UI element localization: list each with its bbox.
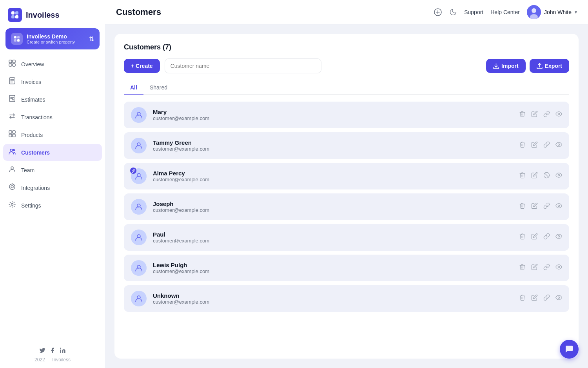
edit-icon[interactable] bbox=[531, 202, 538, 211]
tab-shared[interactable]: Shared bbox=[143, 81, 174, 95]
edit-icon[interactable] bbox=[531, 111, 538, 119]
tab-all[interactable]: All bbox=[124, 81, 143, 95]
sidebar-item-label: Integrations bbox=[21, 185, 50, 191]
logo-icon bbox=[8, 8, 22, 22]
view-icon[interactable] bbox=[555, 264, 562, 272]
view-icon[interactable] bbox=[555, 172, 562, 180]
link-icon[interactable] bbox=[543, 111, 550, 119]
overview-icon bbox=[8, 60, 16, 69]
delete-icon[interactable] bbox=[519, 233, 526, 242]
customer-row: Unknown customer@example.com bbox=[124, 285, 569, 312]
link-icon[interactable] bbox=[543, 202, 550, 211]
delete-icon[interactable] bbox=[519, 294, 526, 303]
svg-point-29 bbox=[9, 184, 15, 189]
customer-avatar bbox=[131, 107, 147, 123]
customer-email: customer@example.com bbox=[153, 238, 513, 244]
sidebar-item-invoices[interactable]: Invoices bbox=[3, 73, 102, 90]
invoices-icon bbox=[8, 77, 16, 86]
delete-icon[interactable] bbox=[519, 111, 526, 119]
svg-rect-6 bbox=[14, 39, 16, 42]
customer-name: Tammy Green bbox=[153, 139, 513, 146]
svg-point-28 bbox=[11, 186, 13, 188]
property-name: Invoiless Demo bbox=[27, 33, 85, 40]
customer-email: customer@example.com bbox=[153, 299, 513, 305]
delete-icon[interactable] bbox=[519, 172, 526, 180]
sidebar-item-estimates[interactable]: Estimates bbox=[3, 91, 102, 108]
twitter-icon[interactable] bbox=[39, 347, 45, 355]
property-sub: Create or switch property bbox=[27, 40, 85, 44]
ban-icon[interactable] bbox=[543, 172, 550, 180]
import-button[interactable]: Import bbox=[486, 59, 526, 73]
customer-actions bbox=[519, 141, 562, 150]
edit-icon[interactable] bbox=[531, 172, 538, 180]
sidebar-item-settings[interactable]: Settings bbox=[3, 197, 102, 214]
linkedin-icon[interactable] bbox=[60, 347, 66, 355]
sidebar-item-label: Invoices bbox=[21, 79, 41, 85]
customer-email: customer@example.com bbox=[153, 146, 513, 152]
customer-name: Alma Percy bbox=[153, 170, 513, 177]
customer-email: customer@example.com bbox=[153, 177, 513, 182]
svg-point-47 bbox=[558, 174, 559, 176]
sidebar-item-transactions[interactable]: Transactions bbox=[3, 109, 102, 126]
customer-avatar bbox=[131, 230, 147, 245]
link-icon[interactable] bbox=[543, 141, 550, 150]
property-switcher[interactable]: Invoiless Demo Create or switch property… bbox=[5, 28, 100, 49]
sidebar: Invoiless Invoiless Demo Create or switc… bbox=[0, 0, 105, 368]
property-chevron-icon: ⇅ bbox=[89, 35, 94, 43]
dark-mode-button[interactable] bbox=[449, 8, 457, 16]
transactions-icon bbox=[8, 113, 16, 122]
sidebar-item-overview[interactable]: Overview bbox=[3, 56, 102, 73]
edit-icon[interactable] bbox=[531, 264, 538, 272]
card-header: Customers (7) bbox=[124, 43, 569, 51]
search-input[interactable] bbox=[165, 58, 321, 73]
link-icon[interactable] bbox=[543, 264, 550, 272]
svg-point-43 bbox=[558, 144, 559, 145]
customer-info: Alma Percy customer@example.com bbox=[153, 170, 513, 182]
view-icon[interactable] bbox=[555, 111, 562, 119]
svg-point-32 bbox=[11, 204, 13, 206]
support-button[interactable]: Support bbox=[464, 9, 483, 15]
page-title: Customers bbox=[116, 7, 427, 17]
view-icon[interactable] bbox=[555, 141, 562, 150]
facebook-icon[interactable] bbox=[49, 347, 56, 355]
customer-row: Tammy Green customer@example.com bbox=[124, 132, 569, 159]
create-button[interactable]: + Create bbox=[124, 59, 160, 73]
integrations-icon bbox=[8, 183, 16, 192]
delete-icon[interactable] bbox=[519, 202, 526, 211]
topbar: Customers Support Help Center bbox=[105, 0, 588, 24]
edit-icon[interactable] bbox=[531, 294, 538, 303]
edit-icon[interactable] bbox=[531, 233, 538, 242]
svg-rect-0 bbox=[11, 11, 15, 15]
export-button[interactable]: Export bbox=[530, 59, 569, 73]
customer-email: customer@example.com bbox=[153, 268, 513, 274]
delete-icon[interactable] bbox=[519, 264, 526, 272]
customers-icon bbox=[8, 148, 16, 157]
svg-rect-22 bbox=[13, 131, 15, 133]
customer-name: Mary bbox=[153, 109, 513, 115]
delete-icon[interactable] bbox=[519, 141, 526, 150]
customer-avatar bbox=[131, 168, 147, 184]
chat-bubble[interactable] bbox=[560, 340, 579, 359]
sidebar-item-team[interactable]: Team bbox=[3, 162, 102, 179]
customer-actions bbox=[519, 233, 562, 242]
help-center-button[interactable]: Help Center bbox=[490, 9, 520, 15]
toolbar: + Create Import bbox=[124, 58, 569, 73]
sidebar-item-label: Settings bbox=[21, 202, 41, 209]
view-icon[interactable] bbox=[555, 233, 562, 242]
user-menu[interactable]: John White ▾ bbox=[527, 5, 577, 19]
customer-actions bbox=[519, 111, 562, 119]
sidebar-item-customers[interactable]: Customers bbox=[3, 144, 102, 161]
link-icon[interactable] bbox=[543, 233, 550, 242]
edit-icon[interactable] bbox=[531, 141, 538, 150]
add-button[interactable] bbox=[434, 8, 442, 16]
svg-point-51 bbox=[558, 235, 559, 237]
sidebar-footer: 2022 — Invoiless bbox=[0, 342, 105, 368]
view-icon[interactable] bbox=[555, 202, 562, 211]
link-icon[interactable] bbox=[543, 294, 550, 303]
sidebar-item-integrations[interactable]: Integrations bbox=[3, 179, 102, 196]
sidebar-item-products[interactable]: Products bbox=[3, 126, 102, 143]
svg-rect-11 bbox=[13, 64, 15, 66]
customer-row: Paul customer@example.com bbox=[124, 224, 569, 251]
view-icon[interactable] bbox=[555, 294, 562, 303]
customer-name: Paul bbox=[153, 231, 513, 238]
